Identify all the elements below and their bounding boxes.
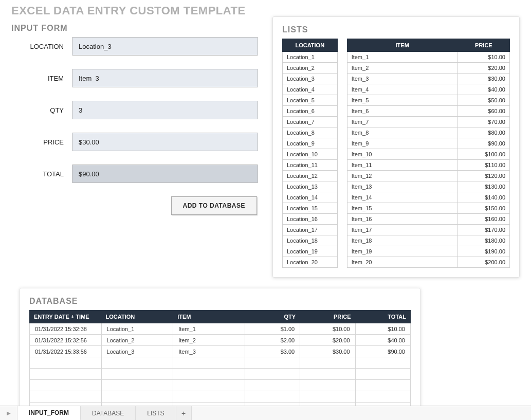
- price-cell[interactable]: $40.00: [457, 84, 509, 95]
- db-cell-empty[interactable]: [30, 380, 102, 391]
- qty-input[interactable]: 3: [72, 101, 258, 119]
- price-cell[interactable]: $170.00: [457, 225, 509, 235]
- location-cell[interactable]: Location_9: [283, 138, 338, 149]
- price-cell[interactable]: $20.00: [457, 63, 509, 74]
- price-cell[interactable]: $160.00: [457, 214, 509, 225]
- db-cell-entry[interactable]: 01/31/2022 15:32:56: [30, 335, 102, 346]
- price-cell[interactable]: $30.00: [457, 74, 509, 84]
- db-cell-price[interactable]: $30.00: [300, 346, 355, 357]
- db-cell-empty[interactable]: [300, 357, 355, 369]
- db-cell-empty[interactable]: [355, 369, 410, 380]
- tab-input_form[interactable]: INPUT_FORM: [17, 406, 81, 420]
- db-cell-price[interactable]: $10.00: [300, 323, 355, 335]
- price-cell[interactable]: $200.00: [457, 257, 509, 268]
- item-cell[interactable]: Item_3: [347, 74, 457, 84]
- item-cell[interactable]: Item_12: [347, 171, 457, 181]
- price-cell[interactable]: $150.00: [457, 203, 509, 214]
- location-cell[interactable]: Location_17: [283, 225, 338, 235]
- item-cell[interactable]: Item_18: [347, 235, 457, 246]
- db-cell-empty[interactable]: [355, 391, 410, 403]
- tab-lists[interactable]: LISTS: [136, 406, 176, 420]
- price-cell[interactable]: $70.00: [457, 117, 509, 127]
- db-cell-empty[interactable]: [300, 380, 355, 391]
- price-cell[interactable]: $180.00: [457, 235, 509, 246]
- item-cell[interactable]: Item_14: [347, 192, 457, 203]
- db-cell-empty[interactable]: [30, 391, 102, 403]
- location-cell[interactable]: Location_14: [283, 192, 338, 203]
- location-cell[interactable]: Location_6: [283, 106, 338, 117]
- item-cell[interactable]: Item_1: [347, 52, 457, 63]
- item-cell[interactable]: Item_11: [347, 160, 457, 171]
- price-cell[interactable]: $90.00: [457, 138, 509, 149]
- db-cell-empty[interactable]: [245, 369, 300, 380]
- db-cell-qty[interactable]: $3.00: [245, 346, 300, 357]
- db-cell-location[interactable]: Location_2: [101, 335, 173, 346]
- item-cell[interactable]: Item_16: [347, 214, 457, 225]
- db-cell-empty[interactable]: [30, 369, 102, 380]
- location-cell[interactable]: Location_10: [283, 149, 338, 160]
- add-to-database-button[interactable]: ADD TO DATABASE: [171, 196, 258, 215]
- location-cell[interactable]: Location_7: [283, 117, 338, 127]
- location-cell[interactable]: Location_12: [283, 171, 338, 181]
- item-cell[interactable]: Item_20: [347, 257, 457, 268]
- db-cell-location[interactable]: Location_3: [101, 346, 173, 357]
- location-cell[interactable]: Location_5: [283, 95, 338, 106]
- location-cell[interactable]: Location_11: [283, 160, 338, 171]
- item-cell[interactable]: Item_10: [347, 149, 457, 160]
- db-cell-empty[interactable]: [173, 357, 245, 369]
- db-cell-empty[interactable]: [30, 357, 102, 369]
- item-cell[interactable]: Item_9: [347, 138, 457, 149]
- db-cell-empty[interactable]: [245, 391, 300, 403]
- item-cell[interactable]: Item_6: [347, 106, 457, 117]
- location-cell[interactable]: Location_15: [283, 203, 338, 214]
- location-cell[interactable]: Location_3: [283, 74, 338, 84]
- db-cell-empty[interactable]: [245, 357, 300, 369]
- db-cell-item[interactable]: Item_2: [173, 335, 245, 346]
- db-cell-empty[interactable]: [300, 391, 355, 403]
- price-cell[interactable]: $140.00: [457, 192, 509, 203]
- location-cell[interactable]: Location_19: [283, 246, 338, 257]
- location-cell[interactable]: Location_13: [283, 181, 338, 192]
- price-cell[interactable]: $130.00: [457, 181, 509, 192]
- location-cell[interactable]: Location_20: [283, 257, 338, 268]
- db-cell-item[interactable]: Item_1: [173, 323, 245, 335]
- location-cell[interactable]: Location_2: [283, 63, 338, 74]
- price-cell[interactable]: $60.00: [457, 106, 509, 117]
- item-cell[interactable]: Item_7: [347, 117, 457, 127]
- db-cell-total[interactable]: $90.00: [355, 346, 410, 357]
- price-cell[interactable]: $50.00: [457, 95, 509, 106]
- item-cell[interactable]: Item_17: [347, 225, 457, 235]
- item-cell[interactable]: Item_5: [347, 95, 457, 106]
- db-cell-empty[interactable]: [173, 391, 245, 403]
- item-cell[interactable]: Item_13: [347, 181, 457, 192]
- db-cell-empty[interactable]: [355, 380, 410, 391]
- db-cell-empty[interactable]: [101, 380, 173, 391]
- item-cell[interactable]: Item_8: [347, 127, 457, 138]
- db-cell-empty[interactable]: [101, 357, 173, 369]
- db-cell-total[interactable]: $10.00: [355, 323, 410, 335]
- db-cell-qty[interactable]: $1.00: [245, 323, 300, 335]
- db-cell-empty[interactable]: [101, 391, 173, 403]
- price-cell[interactable]: $190.00: [457, 246, 509, 257]
- location-cell[interactable]: Location_4: [283, 84, 338, 95]
- price-cell[interactable]: $120.00: [457, 171, 509, 181]
- db-cell-entry[interactable]: 01/31/2022 15:32:38: [30, 323, 102, 335]
- db-cell-empty[interactable]: [101, 369, 173, 380]
- db-cell-qty[interactable]: $2.00: [245, 335, 300, 346]
- db-cell-entry[interactable]: 01/31/2022 15:33:56: [30, 346, 102, 357]
- price-cell[interactable]: $100.00: [457, 149, 509, 160]
- location-cell[interactable]: Location_8: [283, 127, 338, 138]
- price-input[interactable]: $30.00: [72, 133, 258, 151]
- tab-add[interactable]: +: [176, 406, 192, 420]
- db-cell-empty[interactable]: [300, 369, 355, 380]
- item-cell[interactable]: Item_4: [347, 84, 457, 95]
- item-input[interactable]: Item_3: [72, 69, 258, 87]
- item-cell[interactable]: Item_2: [347, 63, 457, 74]
- db-cell-price[interactable]: $20.00: [300, 335, 355, 346]
- location-cell[interactable]: Location_16: [283, 214, 338, 225]
- db-cell-empty[interactable]: [173, 369, 245, 380]
- db-cell-item[interactable]: Item_3: [173, 346, 245, 357]
- location-cell[interactable]: Location_1: [283, 52, 338, 63]
- db-cell-empty[interactable]: [173, 380, 245, 391]
- tab-database[interactable]: DATABASE: [81, 406, 136, 420]
